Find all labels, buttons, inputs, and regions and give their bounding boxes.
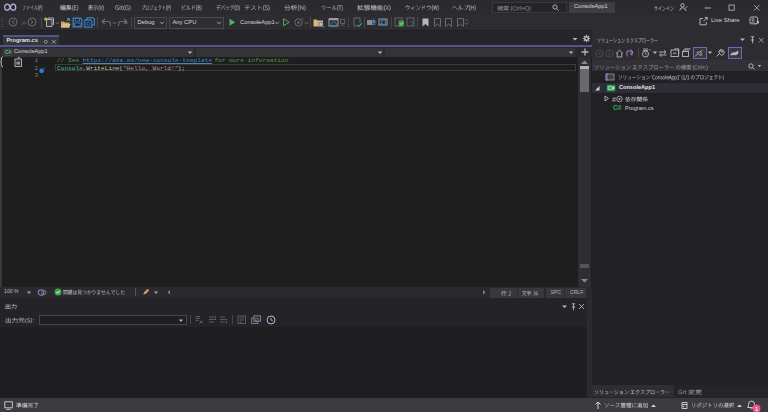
svg-text:C#: C# <box>608 85 616 91</box>
svg-text:?: ? <box>410 20 414 27</box>
svg-text:#: # <box>612 95 616 102</box>
svg-text:C#: C# <box>5 50 11 55</box>
